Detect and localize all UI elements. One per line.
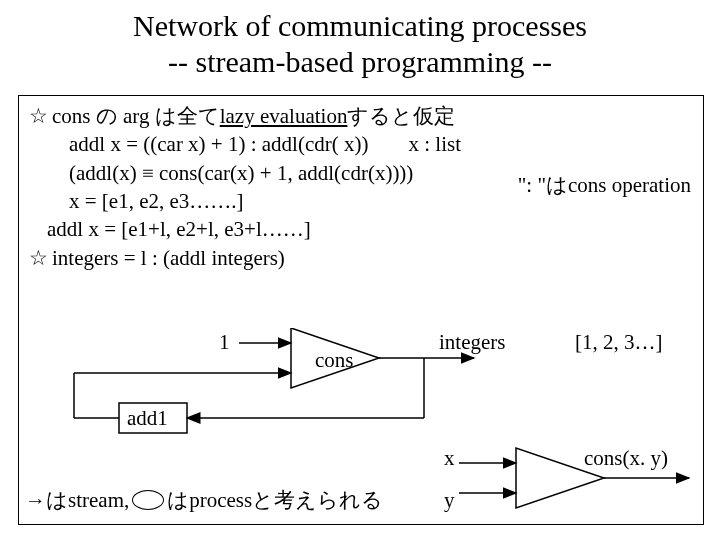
- star-icon-2: ☆: [29, 244, 48, 272]
- diagram-area: 1 cons integers [1, 2, 3…] add1 x y cons…: [19, 328, 703, 518]
- line-6-text: integers = l : (addl integers): [52, 244, 285, 272]
- line-2: addl x = ((car x) + 1) : addl(cdr( x)) x…: [69, 130, 693, 158]
- oval-icon: [132, 490, 164, 510]
- label-integers: integers: [439, 330, 505, 355]
- line-2a: addl x = ((car x) + 1) : addl(cdr( x)): [69, 130, 368, 158]
- line-1: ☆ cons の arg は全て lazy evaluation すると仮定: [29, 102, 693, 130]
- footer-line: →はstream, はprocessと考えられる: [25, 486, 383, 514]
- line-2b: x : list: [408, 130, 461, 158]
- label-list: [1, 2, 3…]: [575, 330, 663, 355]
- title-line-1: Network of communicating processes: [0, 8, 720, 44]
- label-y: y: [444, 488, 455, 513]
- cons-operation-note: ": "はcons operation: [518, 171, 691, 199]
- footer-a: →はstream,: [25, 486, 129, 514]
- label-consxy: cons(x. y): [584, 446, 668, 471]
- label-add1: add1: [127, 406, 168, 431]
- line-5: addl x = [e1+l, e2+l, e3+l……]: [47, 215, 693, 243]
- line-1c: すると仮定: [347, 102, 455, 130]
- slide: Network of communicating processes -- st…: [0, 0, 720, 540]
- label-cons-1: cons: [315, 348, 354, 373]
- content-box: ☆ cons の arg は全て lazy evaluation すると仮定 a…: [18, 95, 704, 525]
- underline-lazy: lazy evaluation: [220, 102, 348, 130]
- line-6: ☆ integers = l : (addl integers): [29, 244, 693, 272]
- footer-b: はprocessと考えられる: [167, 486, 383, 514]
- slide-title: Network of communicating processes -- st…: [0, 0, 720, 80]
- label-one: 1: [219, 330, 230, 355]
- title-line-2: -- stream-based programming --: [0, 44, 720, 80]
- label-x: x: [444, 446, 455, 471]
- star-icon: ☆: [29, 102, 48, 130]
- line-1a: cons の arg は全て: [52, 102, 220, 130]
